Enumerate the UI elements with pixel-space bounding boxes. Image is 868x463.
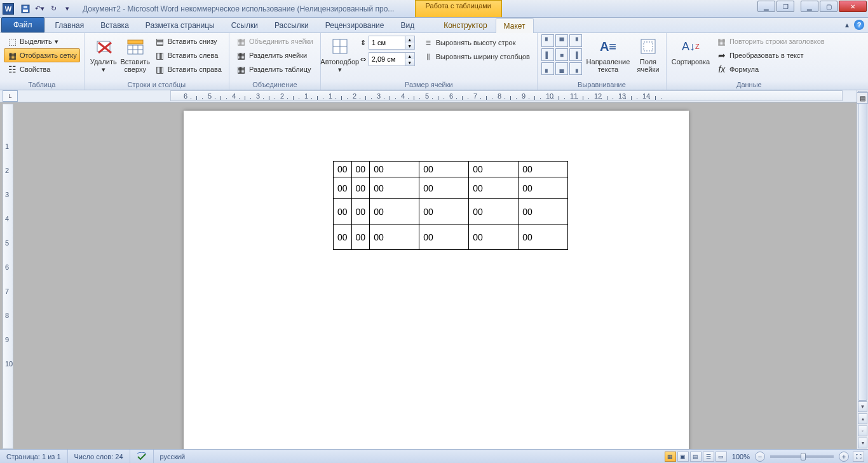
table-cell[interactable]: 00 — [419, 225, 469, 250]
ruler-toggle[interactable]: ▤ — [857, 92, 868, 104]
help-button[interactable]: ? — [854, 20, 864, 30]
tab-selector[interactable]: L — [3, 90, 18, 102]
convert-to-text-button[interactable]: ➦Преобразовать в текст — [714, 48, 828, 62]
horizontal-ruler[interactable]: 6·ı·5·ı·4·ı·3·ı·2·ı·1·ı·1·ı·2·ı·3·ı·4·ı·… — [170, 90, 843, 101]
zoom-level[interactable]: 100% — [732, 453, 750, 460]
scroll-down-button[interactable]: ▼ — [858, 401, 867, 412]
row-height-input[interactable]: ▲▼ — [369, 36, 415, 50]
view-gridlines-button[interactable]: ▦Отобразить сетку — [4, 48, 80, 62]
table-cell[interactable]: 00 — [419, 177, 469, 199]
select-button[interactable]: ⬚Выделить ▾ — [4, 34, 80, 48]
table-cell[interactable]: 00 — [469, 162, 519, 177]
merge-cells-button[interactable]: ▦Объединить ячейки — [233, 34, 316, 48]
zoom-in-button[interactable]: + — [839, 452, 849, 462]
properties-button[interactable]: ☷Свойства — [4, 62, 80, 76]
ribbon: ⬚Выделить ▾ ▦Отобразить сетку ☷Свойства … — [0, 33, 868, 90]
table-cell[interactable]: 00 — [519, 199, 568, 225]
cell-margins-button[interactable]: Поля ячейки — [634, 34, 662, 75]
status-words[interactable]: Число слов: 24 — [68, 450, 130, 463]
tab-mailings[interactable]: Рассылки — [266, 18, 317, 32]
vertical-scrollbar[interactable]: ▲ ▼ ▴ ◦ ▾ — [857, 90, 868, 449]
tab-home[interactable]: Главная — [47, 18, 93, 32]
status-proofing[interactable] — [130, 450, 154, 463]
qat-customize[interactable]: ▾ — [61, 3, 74, 15]
sort-button[interactable]: A↓Z Сортировка — [670, 34, 711, 67]
view-outline[interactable]: ☰ — [703, 452, 714, 462]
group-data-label: Данные — [670, 80, 828, 90]
scroll-thumb[interactable] — [858, 102, 867, 401]
view-print-layout[interactable]: ▦ — [665, 452, 676, 462]
svg-rect-2 — [24, 6, 27, 8]
formula-button[interactable]: fxФормула — [714, 62, 828, 76]
status-page[interactable]: Страница: 1 из 1 — [0, 450, 68, 463]
table-cell[interactable]: 00 — [519, 225, 568, 250]
table-cell[interactable]: 00 — [351, 177, 370, 199]
distribute-cols-button[interactable]: ⦀Выровнять ширину столбцов — [420, 50, 533, 64]
zoom-fit-button[interactable]: ⛶ — [853, 452, 864, 462]
tab-view[interactable]: Вид — [392, 18, 423, 32]
table-cell[interactable]: 00 — [469, 177, 519, 199]
table-cell[interactable]: 00 — [351, 225, 370, 250]
table-cell[interactable]: 00 — [419, 162, 469, 177]
svg-rect-14 — [641, 39, 655, 53]
split-table-button[interactable]: ▦Разделить таблицу — [233, 62, 316, 76]
minimize-button[interactable]: ▁ — [801, 1, 818, 12]
repeat-header-button[interactable]: ▦Повторить строки заголовков — [714, 34, 828, 48]
tab-references[interactable]: Ссылки — [223, 18, 266, 32]
tab-page-layout[interactable]: Разметка страницы — [137, 18, 223, 32]
mdi-minimize-button[interactable]: ▁ — [757, 1, 775, 12]
next-page-button[interactable]: ▾ — [858, 438, 867, 448]
autofit-button[interactable]: Автоподбор▾ — [325, 34, 355, 75]
insert-right-button[interactable]: ▥Вставить справа — [152, 62, 225, 76]
view-full-screen[interactable]: ▣ — [677, 452, 689, 462]
mdi-restore-button[interactable]: ❐ — [776, 1, 794, 12]
tab-design[interactable]: Конструктор — [435, 18, 495, 32]
table-cell[interactable]: 00 — [370, 177, 419, 199]
view-web-layout[interactable]: ▤ — [690, 452, 702, 462]
col-width-icon: ⇔ — [360, 55, 366, 64]
table-cell[interactable]: 00 — [334, 177, 352, 199]
table-cell[interactable]: 00 — [351, 199, 370, 225]
view-draft[interactable]: ▭ — [715, 452, 727, 462]
alignment-grid[interactable]: ▘▀▝ ▌■▐ ▖▄▗ — [541, 34, 582, 75]
browse-object-button[interactable]: ◦ — [858, 425, 867, 436]
text-direction-button[interactable]: A≡ Направление текста — [586, 34, 630, 75]
group-table: ⬚Выделить ▾ ▦Отобразить сетку ☷Свойства … — [0, 33, 85, 90]
delete-button[interactable]: Удалить▾ — [88, 34, 119, 75]
insert-below-button[interactable]: ▤Вставить снизу — [152, 34, 225, 48]
minimize-ribbon-button[interactable]: ▴ — [845, 20, 849, 29]
table-cell[interactable]: 00 — [370, 162, 419, 177]
table-cell[interactable]: 00 — [519, 162, 568, 177]
col-width-input[interactable]: ▲▼ — [369, 52, 415, 66]
table-cell[interactable]: 00 — [469, 225, 519, 250]
tab-file[interactable]: Файл — [1, 17, 44, 32]
distribute-rows-button[interactable]: ≡Выровнять высоту строк — [420, 36, 533, 50]
table-cell[interactable]: 00 — [419, 199, 469, 225]
table-cell[interactable]: 00 — [370, 225, 419, 250]
table-cell[interactable]: 00 — [334, 162, 352, 177]
tab-layout[interactable]: Макет — [496, 18, 534, 33]
table-cell[interactable]: 00 — [469, 199, 519, 225]
tab-review[interactable]: Рецензирование — [317, 18, 393, 32]
insert-left-button[interactable]: ▥Вставить слева — [152, 48, 225, 62]
prev-page-button[interactable]: ▴ — [858, 413, 867, 424]
table-cell[interactable]: 00 — [334, 225, 352, 250]
zoom-out-button[interactable]: − — [755, 452, 765, 462]
close-button[interactable]: ✕ — [839, 1, 867, 12]
status-language[interactable]: русский — [154, 450, 191, 463]
vertical-ruler[interactable]: 12345678910 — [3, 104, 13, 449]
insert-above-button[interactable]: Вставить сверху — [120, 34, 151, 75]
save-button[interactable] — [19, 3, 32, 15]
table-cell[interactable]: 00 — [351, 162, 370, 177]
redo-button[interactable]: ↻ — [47, 3, 60, 15]
zoom-slider[interactable] — [770, 455, 834, 458]
document-canvas[interactable]: 0000000000000000000000000000000000000000… — [13, 102, 857, 449]
table-cell[interactable]: 00 — [370, 199, 419, 225]
document-table[interactable]: 0000000000000000000000000000000000000000… — [333, 161, 568, 250]
tab-insert[interactable]: Вставка — [92, 18, 137, 32]
table-cell[interactable]: 00 — [334, 199, 352, 225]
table-cell[interactable]: 00 — [519, 177, 568, 199]
undo-button[interactable]: ↶▾ — [33, 3, 46, 15]
maximize-button[interactable]: ▢ — [820, 1, 837, 12]
split-cells-button[interactable]: ▦Разделить ячейки — [233, 48, 316, 62]
